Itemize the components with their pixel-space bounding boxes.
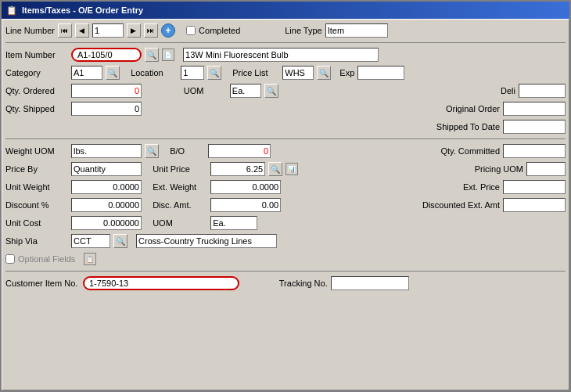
ship-via-label: Ship Via [5,236,68,246]
uom-input[interactable] [230,84,261,98]
add-btn[interactable]: + [161,23,175,38]
pricing-uom-input[interactable] [526,162,566,176]
unit-price-calc-btn[interactable]: 📊 [286,163,298,175]
unit-cost-input[interactable] [71,216,142,230]
category-search-btn[interactable]: 🔍 [106,66,120,80]
qty-committed-input[interactable] [503,144,566,158]
qty-ordered-input[interactable] [71,84,142,98]
bo-input[interactable] [208,144,271,158]
tracking-no-label: Tracking No. [279,279,328,288]
qty-shipped-row: Qty. Shipped Original Order [5,101,566,117]
item-info-btn[interactable]: 📄 [162,49,174,61]
location-label: Location [131,68,178,77]
discount-row: Discount % Disc. Amt. Discounted Ext. Am… [5,197,566,213]
line-number-label: Line Number [5,26,55,35]
optional-fields-row: Optional Fields 📋 [5,251,566,267]
discounted-ext-input[interactable] [503,198,566,212]
ext-price-input[interactable] [503,180,566,194]
shipped-to-date-row: Shipped To Date [5,119,566,135]
title-icon: 📋 [6,5,17,16]
window-title: Items/Taxes - O/E Order Entry [22,5,143,15]
price-list-input[interactable] [282,66,314,80]
price-list-search-btn[interactable]: 🔍 [317,66,331,80]
uom-search-btn[interactable]: 🔍 [264,84,278,98]
line-type-label: Line Type [285,26,322,35]
category-row: Category 🔍 Location 🔍 Price List 🔍 Exp [5,65,566,81]
weight-uom-row: Weight UOM 🔍 B/O Qty. Committed [5,143,566,159]
price-list-label: Price List [232,68,279,77]
unit-cost-row: Unit Cost UOM [5,215,566,231]
line-number-input[interactable] [92,23,124,38]
qty-shipped-label: Qty. Shipped [5,104,68,113]
category-input[interactable] [71,66,102,80]
price-by-label: Price By [5,164,68,174]
toolbar-row: Line Number ⏮ ◀ ▶ ⏭ + Completed Line Typ… [5,23,566,38]
tracking-no-input[interactable] [331,276,409,290]
completed-label: Completed [199,26,240,35]
unit-weight-label: Unit Weight [5,182,68,192]
divider-2 [5,138,566,139]
ship-via-input[interactable] [71,234,110,248]
disc-amt-input[interactable] [210,198,281,212]
deli-label: Deli [501,86,515,95]
weight-uom-input[interactable] [71,144,142,158]
optional-fields-btn[interactable]: 📋 [84,253,96,265]
unit-weight-input[interactable] [71,180,142,194]
item-search-btn[interactable]: 🔍 [145,48,159,62]
uom-label: UOM [184,86,227,95]
qty-shipped-input[interactable] [71,102,142,116]
customer-item-no-label: Customer Item No. [5,279,80,288]
divider-3 [5,271,566,272]
discount-pct-label: Discount % [5,200,68,210]
bo-label: B/O [170,146,205,156]
shipped-to-date-label: Shipped To Date [429,122,500,131]
item-number-label: Item Number [5,50,68,59]
qty-ordered-row: Qty. Ordered UOM 🔍 Deli [5,83,566,99]
qty-ordered-label: Qty. Ordered [5,86,68,95]
exp-label: Exp [339,68,354,77]
unit-price-input[interactable] [210,162,265,176]
exp-input[interactable] [357,66,404,80]
original-order-label: Original Order [429,104,500,113]
uom2-input[interactable] [210,216,257,230]
ship-via-row: Ship Via 🔍 [5,233,566,249]
location-input[interactable] [181,66,204,80]
main-window: 📋 Items/Taxes - O/E Order Entry Line Num… [0,0,571,392]
last-btn[interactable]: ⏭ [144,23,158,38]
unit-price-search-btn[interactable]: 🔍 [268,162,282,176]
unit-price-label: Unit Price [153,164,207,174]
completed-checkbox[interactable] [186,26,196,35]
category-label: Category [5,68,68,77]
disc-amt-label: Disc. Amt. [153,200,207,210]
customer-item-row: Customer Item No. Tracking No. [5,275,566,291]
ship-via-desc-input[interactable] [136,234,277,248]
line-type-input[interactable] [325,23,388,38]
original-order-input[interactable] [503,102,566,116]
first-btn[interactable]: ⏮ [58,23,72,38]
price-by-input[interactable] [71,162,142,176]
optional-fields-label: Optional Fields [18,254,75,264]
location-search-btn[interactable]: 🔍 [207,66,221,80]
optional-fields-checkbox[interactable] [5,254,15,264]
item-number-input[interactable] [71,48,142,62]
discounted-ext-label: Discounted Ext. Amt [422,200,500,210]
ext-price-label: Ext. Price [463,182,500,192]
title-bar: 📋 Items/Taxes - O/E Order Entry [2,2,569,19]
customer-item-no-input[interactable] [83,276,239,290]
next-btn[interactable]: ▶ [127,23,141,38]
divider-1 [5,42,566,43]
ship-via-search-btn[interactable]: 🔍 [113,234,127,248]
weight-uom-label: Weight UOM [5,146,68,156]
prev-btn[interactable]: ◀ [75,23,89,38]
deli-input[interactable] [519,84,566,98]
weight-uom-search-btn[interactable]: 🔍 [145,144,159,158]
item-description-input[interactable] [183,48,379,62]
pricing-uom-label: Pricing UOM [475,164,523,174]
ext-weight-input[interactable] [210,180,281,194]
discount-pct-input[interactable] [71,198,142,212]
shipped-to-date-input[interactable] [503,120,566,134]
unit-weight-row: Unit Weight Ext. Weight Ext. Price [5,179,566,195]
item-number-row: Item Number 🔍 📄 [5,47,566,63]
unit-cost-label: Unit Cost [5,218,68,228]
qty-committed-label: Qty. Committed [429,146,500,156]
